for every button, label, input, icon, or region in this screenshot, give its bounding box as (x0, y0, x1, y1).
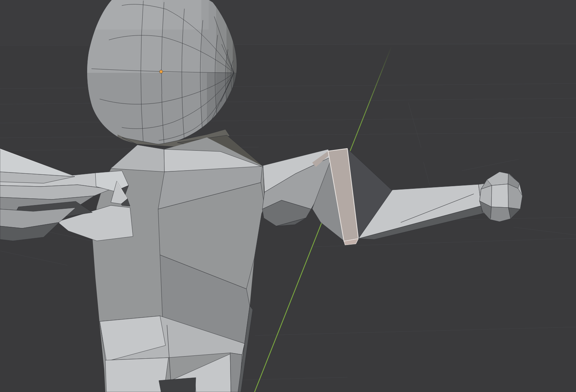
background-top-band (0, 0, 576, 45)
left-leg (105, 358, 168, 392)
viewport-canvas[interactable]: 3D viewport showing a low-poly humanoid … (0, 0, 576, 392)
viewport-3d[interactable]: 3D viewport showing a low-poly humanoid … (0, 0, 576, 392)
object-origin-dot[interactable] (160, 70, 163, 74)
